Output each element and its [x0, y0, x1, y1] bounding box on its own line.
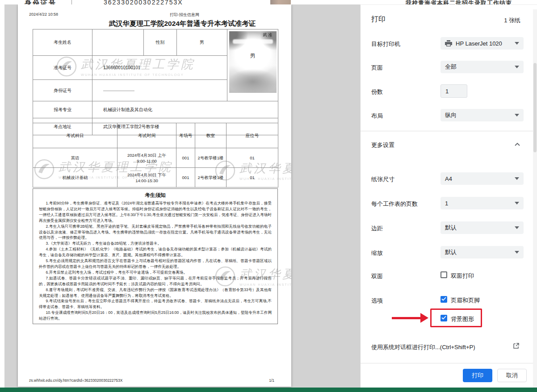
notice-paragraph: 6.开考后禁止迟到考生入场，考试过程中，考生不可中途退场，不可提前交卷离场。: [39, 270, 272, 275]
background-table-border: [71, 0, 72, 4]
notice-paragraph: 4.参加《土木工程材料》《无机化学》《电路基础》考试的考生，请自备无存储功能的算…: [39, 246, 272, 258]
divider: [361, 131, 537, 131]
id-redaction-line: [103, 91, 134, 91]
caret-down-icon: [515, 177, 519, 180]
caret-down-icon: [515, 114, 519, 117]
scrollbar-thumb[interactable]: [533, 63, 537, 152]
col-room-no: 考场号: [176, 123, 195, 148]
room-cell: 2号教学楼1楼: [195, 168, 227, 188]
subject-cell: 机械设计基础: [33, 168, 117, 188]
pages-label: 页面: [371, 64, 383, 72]
pages-per-sheet-value: 1: [445, 200, 448, 207]
options-label: 选项: [371, 297, 383, 305]
background-page-strip: 身份证号 36233020030222753X 我校青海省本科二批招生录取工作结…: [0, 0, 537, 4]
background-photo-fragment: [270, 0, 291, 4]
room-no-cell: 001: [176, 168, 195, 188]
name-label: 考生姓名: [33, 29, 92, 56]
caret-down-icon: [515, 42, 519, 45]
print-footer-page-number: 1/1: [269, 378, 274, 383]
annotation-arrow-head: [420, 313, 428, 323]
caret-down-icon: [515, 66, 519, 68]
dialog-title: 打印: [371, 15, 386, 24]
pages-per-sheet-select[interactable]: 1: [441, 197, 524, 209]
time-cell: 2024年4月30日 上午 9:00-11:00: [117, 148, 176, 168]
major-label: 报考专业: [33, 101, 92, 118]
photo-smudge-text: 武准: [263, 32, 274, 38]
col-subject: 考试科目: [33, 123, 117, 148]
printer-icon: [445, 40, 452, 46]
scale-select[interactable]: 默认: [441, 246, 524, 259]
duplex-label: 双面: [371, 272, 383, 280]
print-preview-pane[interactable]: 武汉华夏理工学院 WUHAN HUAXIA INSTITUTE OF TECHN…: [4, 4, 360, 388]
ticket-no-value: 136660010100101: [92, 56, 227, 80]
pages-per-sheet-label: 每个工作表的页数: [371, 200, 418, 208]
notice-paragraph: 1.考前90分钟，考生携带身份证、准考证及《2024年湖北省普通高等学校专升本报…: [39, 200, 272, 224]
open-in-new-icon[interactable]: [513, 343, 519, 351]
table-row: 报考专业 机械设计制造及其自动化: [33, 101, 278, 118]
id-no-value: [92, 80, 227, 101]
table-row: 考生姓名 性别 男 武准 男: [33, 29, 278, 56]
scale-value: 默认: [445, 248, 457, 256]
background-graphics-option-label: 背景图形: [451, 315, 474, 323]
seat-cell: 01: [227, 168, 278, 188]
caret-down-icon: [515, 251, 519, 254]
id-no-label: 身份证号: [33, 80, 92, 101]
notice-paragraph: 2.考生入场只可携带2B铅笔、黑色字迹的签字笔、无封套橡皮等规定物品，严禁携带手…: [39, 224, 272, 241]
margins-select[interactable]: 默认: [441, 221, 524, 234]
notice-paragraph: 8.遵守考场规则，考试时不准旁窥、交谈、凡有违纪作弊行为的一律按《国家教育考试违…: [39, 287, 272, 299]
table-row: 机械设计基础 2024年4月30日 下午 14:00-15:30 001 2号教…: [33, 168, 278, 188]
name-value: [92, 29, 144, 56]
paper-size-label: 纸张尺寸: [371, 175, 394, 183]
screen: 身份证号 36233020030222753X 我校青海省本科二批招生录取工作结…: [0, 0, 537, 392]
notice-paragraph: 9.考试结束信号发出后，考生应立即停止答题且不得离开座位，待监考员收齐试卷、答题…: [39, 298, 272, 310]
seat-cell: 01: [227, 148, 278, 168]
copies-input[interactable]: [441, 84, 467, 98]
checkmark-icon: [441, 316, 446, 320]
ticket-title: 武汉华夏理工学院2024年普通专升本考试准考证: [46, 19, 291, 29]
divider: [361, 363, 537, 363]
more-settings-toggle[interactable]: 更多设置: [371, 141, 394, 149]
col-seat: 座位号: [227, 123, 278, 148]
print-footer-url: zs.whhxit.edu.cn/dy.htm?cardId=362330200…: [29, 378, 122, 383]
exam-schedule-table: 考试科目 考试时间 考场号 教室 座位号 英语 2024年4月30日 上午 9:…: [33, 123, 278, 188]
destination-value: HP LaserJet 1020: [456, 40, 502, 47]
caret-down-icon: [515, 226, 519, 229]
scale-label: 缩放: [371, 249, 383, 257]
gender-value: 男: [177, 29, 227, 56]
destination-label: 目标打印机: [371, 40, 400, 48]
background-news-headline: 我校青海省本科二批招生录取工作结束: [406, 0, 512, 4]
notice-paragraph: 3.《大学英语》考试无听力，考生请自备2B铅笔，方便填涂答题卡。: [39, 241, 272, 246]
major-value: 机械设计制造及其自动化: [92, 101, 278, 118]
notice-title: 考生须知: [33, 192, 277, 199]
panel-scrollbar[interactable]: [533, 9, 537, 392]
document-page: 武汉华夏理工学院 WUHAN HUAXIA INSTITUTE OF TECHN…: [18, 4, 291, 387]
layout-select[interactable]: 纵向: [441, 109, 524, 121]
duplex-checkbox[interactable]: [441, 271, 447, 278]
paper-size-select[interactable]: A4: [441, 172, 524, 185]
notice-date: 2024年4月23日: [33, 323, 277, 324]
destination-select[interactable]: HP LaserJet 1020: [441, 37, 524, 50]
notice-paragraph: 7.如遇试卷、答题卡分发错误或试题字迹不清、重印、漏印或缺页、缺字等问题，在开考…: [39, 275, 272, 287]
print-timestamp: 2024/4/22 10:58: [29, 12, 58, 17]
header-footer-checkbox[interactable]: [441, 296, 447, 303]
background-page-footer-bar: [0, 388, 537, 392]
system-dialog-link[interactable]: 使用系统对话框进行打印...(Ctrl+Shift+P): [371, 343, 475, 351]
time-cell: 2024年4月30日 下午 14:00-15:30: [117, 168, 176, 188]
candidate-photo-cell: 武准 男: [227, 29, 278, 101]
photo-gender-text: 男: [229, 52, 277, 60]
candidate-info-table: 考生姓名 性别 男 武准 男 准考证号 136660010100101: [33, 29, 278, 135]
pages-select[interactable]: 全部: [441, 61, 524, 73]
gender-label: 性别: [144, 29, 177, 56]
pages-value: 全部: [445, 63, 457, 71]
col-room: 教室: [195, 123, 227, 148]
cancel-button[interactable]: 取消: [497, 369, 527, 382]
copies-label: 份数: [371, 88, 383, 96]
background-id-value: 36233020030222753X: [104, 0, 183, 4]
header-footer-option-label: 页眉和页脚: [451, 296, 480, 304]
room-no-cell: 001: [176, 148, 195, 168]
background-graphics-checkbox[interactable]: [441, 315, 447, 321]
print-button[interactable]: 打印: [463, 369, 492, 382]
sheet-count: 1 张纸: [504, 17, 520, 25]
room-cell: 2号教学楼1楼: [195, 148, 227, 168]
chevron-up-icon[interactable]: [515, 142, 520, 146]
